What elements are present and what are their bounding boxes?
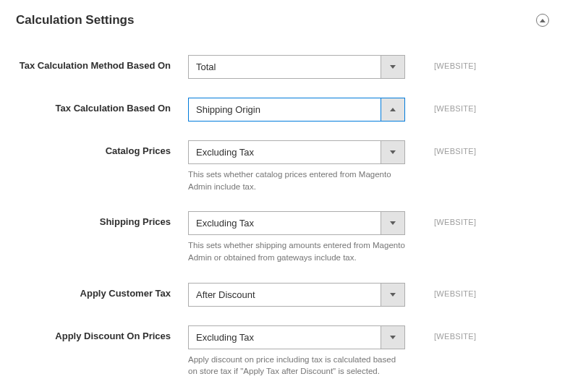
chevron-down-icon xyxy=(381,284,404,306)
scope-label: [WEBSITE] xyxy=(405,55,492,70)
select-tax-calculation-based-on[interactable]: Shipping Origin xyxy=(188,98,405,122)
select-value: Total xyxy=(189,56,381,78)
select-value: Excluding Tax xyxy=(189,212,381,234)
field-label: Tax Calculation Method Based On xyxy=(16,55,188,71)
select-value: Excluding Tax xyxy=(189,141,381,163)
collapse-icon[interactable] xyxy=(536,14,549,27)
chevron-down-icon xyxy=(381,56,404,78)
field-tax-calculation-method: Tax Calculation Method Based On Total [W… xyxy=(16,55,549,79)
field-control: After Discount xyxy=(188,283,405,307)
select-value: After Discount xyxy=(189,284,381,306)
scope-label: [WEBSITE] xyxy=(405,98,492,113)
field-label: Shipping Prices xyxy=(16,211,188,227)
select-catalog-prices[interactable]: Excluding Tax xyxy=(188,140,405,164)
chevron-down-icon xyxy=(381,141,404,163)
scope-label: [WEBSITE] xyxy=(405,140,492,155)
field-catalog-prices: Catalog Prices Excluding Tax This sets w… xyxy=(16,140,549,192)
field-note: This sets whether shipping amounts enter… xyxy=(188,239,405,263)
scope-label: [WEBSITE] xyxy=(405,325,492,341)
form-body: Tax Calculation Method Based On Total [W… xyxy=(16,41,549,378)
calculation-settings-section: Calculation Settings Tax Calculation Met… xyxy=(0,0,565,392)
field-tax-calculation-based-on: Tax Calculation Based On Shipping Origin… xyxy=(16,98,549,122)
chevron-up-icon xyxy=(381,98,404,121)
field-note: Apply discount on price including tax is… xyxy=(188,354,405,378)
select-value: Shipping Origin xyxy=(189,98,381,121)
scope-label: [WEBSITE] xyxy=(405,283,492,298)
field-control: Excluding Tax Apply discount on price in… xyxy=(188,325,405,378)
section-header[interactable]: Calculation Settings xyxy=(16,13,549,41)
field-control: Total xyxy=(188,55,405,79)
section-title: Calculation Settings xyxy=(16,13,134,27)
field-label: Catalog Prices xyxy=(16,140,188,156)
field-label: Tax Calculation Based On xyxy=(16,98,188,114)
select-shipping-prices[interactable]: Excluding Tax xyxy=(188,211,405,235)
field-label: Apply Discount On Prices xyxy=(16,325,188,341)
select-apply-customer-tax[interactable]: After Discount xyxy=(188,283,405,307)
select-value: Excluding Tax xyxy=(189,326,381,349)
field-apply-discount-on-prices: Apply Discount On Prices Excluding Tax A… xyxy=(16,325,549,378)
scope-label: [WEBSITE] xyxy=(405,211,492,226)
chevron-down-icon xyxy=(381,212,404,234)
field-note: This sets whether catalog prices entered… xyxy=(188,169,405,192)
select-apply-discount-on-prices[interactable]: Excluding Tax xyxy=(188,325,405,349)
field-label: Apply Customer Tax xyxy=(16,283,188,299)
field-shipping-prices: Shipping Prices Excluding Tax This sets … xyxy=(16,211,549,263)
select-tax-calculation-method[interactable]: Total xyxy=(188,55,405,79)
field-control: Excluding Tax This sets whether catalog … xyxy=(188,140,405,192)
chevron-down-icon xyxy=(381,326,404,349)
field-control: Excluding Tax This sets whether shipping… xyxy=(188,211,405,263)
field-apply-customer-tax: Apply Customer Tax After Discount [WEBSI… xyxy=(16,283,549,307)
field-control: Shipping Origin xyxy=(188,98,405,122)
